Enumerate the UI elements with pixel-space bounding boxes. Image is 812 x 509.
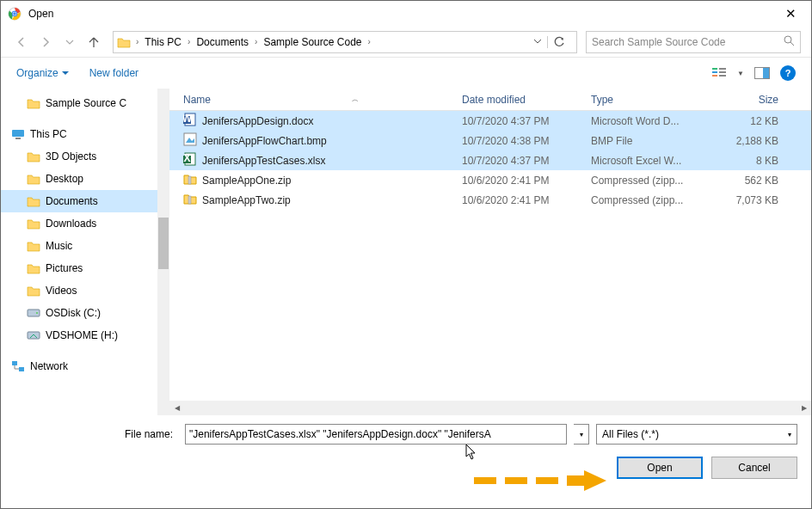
refresh-button[interactable]	[547, 36, 570, 48]
vid-icon	[27, 284, 40, 297]
tree-scrollbar[interactable]	[157, 89, 169, 415]
svg-rect-20	[12, 361, 17, 365]
tree-item[interactable]: Sample Source C	[1, 92, 169, 114]
svg-rect-21	[19, 367, 24, 371]
net-icon	[27, 328, 40, 342]
search-input[interactable]: Search Sample Source Code	[586, 31, 801, 53]
svg-rect-14	[763, 68, 769, 78]
pc-icon	[11, 127, 25, 141]
pic-icon	[27, 261, 40, 275]
file-row[interactable]: SampleAppTwo.zip10/6/2020 2:41 PMCompres…	[169, 190, 811, 210]
tree-item[interactable]: Pictures	[1, 257, 169, 279]
svg-point-18	[36, 312, 38, 314]
file-row[interactable]: JenifersAppFlowChart.bmp10/7/2020 4:38 P…	[169, 131, 811, 150]
view-dropdown[interactable]: ▼	[737, 70, 744, 77]
up-button[interactable]	[83, 32, 104, 52]
svg-rect-19	[28, 332, 40, 339]
column-headers[interactable]: Name︿ Date modified Type Size	[169, 89, 811, 111]
zip-icon	[183, 172, 197, 188]
filename-history-dropdown[interactable]: ▾	[574, 424, 589, 445]
chevron-right-icon[interactable]: ›	[252, 37, 260, 46]
music-icon	[27, 239, 40, 253]
horizontal-scrollbar[interactable]: ◀▶	[169, 401, 811, 415]
tree-item[interactable]: Documents	[1, 190, 169, 212]
column-size[interactable]: Size	[720, 94, 789, 106]
breadcrumb-thispc[interactable]: This PC	[143, 36, 183, 48]
svg-rect-11	[719, 71, 726, 73]
breadcrumb-folder[interactable]: Sample Source Code	[261, 36, 363, 48]
cursor-icon	[465, 444, 477, 461]
tree-item[interactable]: OSDisk (C:)	[1, 302, 169, 324]
disk-icon	[27, 306, 40, 320]
cancel-button[interactable]: Cancel	[711, 457, 797, 479]
svg-rect-9	[712, 75, 717, 77]
back-button[interactable]	[11, 32, 32, 52]
forward-button[interactable]	[35, 32, 56, 52]
tree-item[interactable]: Videos	[1, 279, 169, 302]
window-title: Open	[28, 8, 53, 20]
tree-item[interactable]: VDSHOME (H:)	[1, 324, 169, 346]
svg-rect-7	[712, 68, 717, 70]
folder-icon	[116, 34, 132, 50]
svg-rect-15	[12, 130, 24, 137]
file-type-filter[interactable]: All Files (*.*) ▾	[596, 424, 797, 445]
3d-icon	[27, 150, 40, 163]
filename-label: File name:	[15, 428, 178, 440]
svg-text:X: X	[183, 152, 190, 164]
help-button[interactable]: ?	[780, 65, 796, 81]
address-bar[interactable]: › This PC › Documents › Sample Source Co…	[113, 31, 577, 53]
zip-icon	[183, 192, 197, 208]
column-name[interactable]: Name︿	[178, 94, 462, 106]
chevron-right-icon[interactable]: ›	[133, 37, 141, 46]
tree-item[interactable]: This PC	[1, 123, 169, 145]
tree-item[interactable]: 3D Objects	[1, 145, 169, 168]
toolbar: Organize New folder ▼ ?	[1, 58, 811, 89]
address-dropdown[interactable]	[533, 36, 542, 48]
filename-input[interactable]	[185, 424, 567, 445]
doc-icon	[27, 194, 40, 208]
svg-rect-31	[188, 196, 191, 204]
preview-pane-toggle[interactable]	[753, 64, 772, 83]
chevron-right-icon[interactable]: ›	[185, 37, 193, 46]
view-options[interactable]	[710, 64, 729, 83]
desktop-icon	[27, 172, 40, 186]
search-icon	[783, 34, 795, 49]
new-folder-button[interactable]: New folder	[89, 67, 138, 79]
file-row[interactable]: WJenifersAppDesign.docx10/7/2020 4:37 PM…	[169, 111, 811, 131]
svg-rect-10	[719, 68, 726, 70]
search-placeholder: Search Sample Source Code	[592, 36, 725, 48]
annotation-arrow	[474, 470, 606, 491]
tree-item[interactable]: Desktop	[1, 168, 169, 190]
file-row[interactable]: XJenifersAppTestCases.xlsx10/7/2020 4:37…	[169, 150, 811, 170]
file-list-area: Name︿ Date modified Type Size WJenifersA…	[169, 89, 811, 415]
svg-text:W: W	[183, 113, 193, 125]
chevron-right-icon[interactable]: ›	[366, 37, 373, 46]
svg-rect-30	[188, 176, 191, 184]
tree-item[interactable]: Music	[1, 235, 169, 257]
recent-dropdown[interactable]	[59, 32, 80, 52]
titlebar: Open ✕	[1, 1, 811, 27]
main-area: Sample Source CThis PC3D ObjectsDesktopD…	[1, 89, 811, 415]
word-icon: W	[183, 113, 197, 129]
tree-item[interactable]: Network	[1, 355, 169, 377]
svg-point-4	[13, 12, 16, 15]
open-button[interactable]: Open	[617, 457, 703, 479]
breadcrumb-documents[interactable]: Documents	[194, 36, 250, 48]
chrome-icon	[8, 7, 22, 21]
tree-item[interactable]: Downloads	[1, 212, 169, 235]
svg-rect-12	[719, 75, 726, 77]
network-icon	[11, 359, 25, 373]
svg-line-6	[790, 42, 794, 46]
column-type[interactable]: Type	[591, 94, 720, 106]
column-date[interactable]: Date modified	[462, 94, 591, 106]
organize-menu[interactable]: Organize	[16, 67, 69, 79]
excel-icon: X	[183, 152, 197, 169]
svg-rect-8	[712, 71, 717, 73]
dialog-footer: File name: ▾ All Files (*.*) ▾ Open Canc…	[1, 415, 811, 489]
folder-icon	[27, 96, 40, 110]
file-row[interactable]: SampleAppOne.zip10/6/2020 2:41 PMCompres…	[169, 170, 811, 190]
close-button[interactable]: ✕	[773, 6, 808, 21]
svg-rect-16	[15, 138, 21, 139]
navigation-tree[interactable]: Sample Source CThis PC3D ObjectsDesktopD…	[1, 89, 169, 415]
bmp-icon	[183, 132, 197, 149]
